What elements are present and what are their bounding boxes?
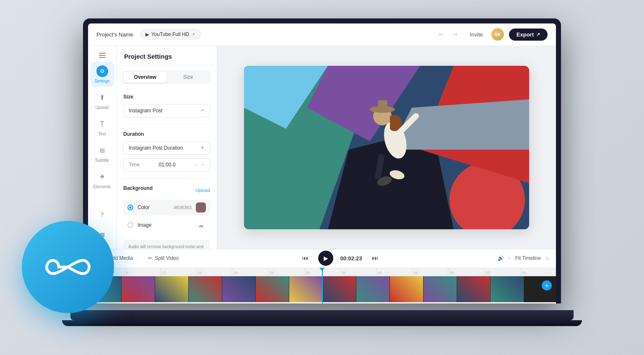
sidebar-item-help[interactable]: ?	[91, 205, 114, 224]
ruler-mark-50: 50	[448, 268, 484, 276]
time-arrows[interactable]: ← →	[195, 162, 205, 167]
tab-overview[interactable]: Overview	[124, 72, 167, 83]
split-video-label: Split Video	[155, 255, 179, 261]
export-button[interactable]: Export ↗	[509, 29, 548, 41]
background-section: Background Upload Color #836363	[117, 180, 217, 240]
volume-icon[interactable]: 🔊	[498, 255, 504, 261]
sidebar-elements-label: Elements	[93, 184, 111, 189]
subtitle-icon: ▤	[96, 145, 108, 156]
time-value: 01:00.0	[159, 162, 176, 168]
image-radio	[127, 222, 133, 228]
add-track-button[interactable]: +	[542, 280, 552, 290]
sidebar-item-upload[interactable]: ⬆ Upload	[91, 88, 114, 113]
playhead[interactable]	[322, 268, 323, 303]
main-content: ⚙ Settings ⬆ Upload T Text	[88, 46, 556, 249]
video-preview	[244, 66, 529, 229]
frame-2	[122, 276, 155, 302]
ruler-mark-45: 45	[412, 268, 448, 276]
video-icon: ▶	[145, 32, 149, 37]
sidebar-item-elements[interactable]: ❖ Elements	[91, 168, 114, 192]
ruler-mark-60: 60	[520, 268, 556, 276]
laptop-screen-bezel: Project's Name ▶ YouTube Full HD ▼ ←	[83, 18, 561, 303]
rewind-button[interactable]: ⏮	[299, 252, 312, 264]
sidebar-item-text[interactable]: T Text	[91, 115, 114, 140]
chevron-down-icon: ▼	[200, 145, 205, 150]
undo-redo-group: ← →	[435, 28, 462, 41]
topbar-right: ← → Invite SK Export ↗	[435, 28, 548, 41]
project-name: Project's Name	[96, 31, 133, 38]
ruler-mark-5: 5	[124, 268, 160, 276]
color-swatch[interactable]	[196, 202, 206, 212]
duration-section-label: Duration	[123, 131, 210, 137]
divider-1	[123, 124, 210, 124]
timeline-right: 🔊 − Fit Timeline ∿	[498, 255, 549, 261]
export-icon: ↗	[536, 32, 540, 37]
fit-timeline-button[interactable]: Fit Timeline	[515, 255, 541, 261]
sidebar-upload-label: Upload	[96, 105, 109, 110]
fast-forward-button[interactable]: ⏭	[369, 252, 382, 264]
sidebar-settings-label: Settings	[94, 79, 109, 83]
split-video-button[interactable]: ✂ Split Video	[144, 253, 183, 263]
app-layout: Project's Name ▶ YouTube Full HD ▼ ←	[88, 23, 556, 303]
svg-rect-12	[378, 100, 387, 109]
bg-option-image[interactable]: Image ☁	[123, 217, 210, 233]
size-section: Size Instagram Post ✏	[117, 89, 217, 122]
upload-icon: ⬆	[96, 92, 108, 104]
duration-dropdown[interactable]: Instagram Post Duration ▼	[123, 141, 210, 155]
invite-button[interactable]: Invite	[467, 30, 486, 39]
ruler-mark-15: 15	[196, 268, 232, 276]
format-label: YouTube Full HD	[151, 31, 190, 37]
size-selector[interactable]: Instagram Post ✏	[123, 104, 210, 117]
export-label: Export	[517, 31, 534, 38]
bg-option-color[interactable]: Color #836363	[123, 200, 210, 215]
frame-6	[256, 276, 289, 302]
color-radio	[127, 205, 133, 210]
panel-tabs: Overview Size	[122, 70, 211, 84]
panel-title: Project Settings	[117, 46, 217, 65]
chevron-down-icon: ▼	[192, 32, 195, 36]
timeline-track: 0 5 10 15 20 25 30 35 40 45	[88, 268, 556, 303]
format-selector[interactable]: ▶ YouTube Full HD ▼	[140, 29, 201, 39]
bg-upload-link[interactable]: Upload	[195, 188, 210, 193]
time-label: Time	[129, 162, 140, 168]
sidebar-text-label: Text	[98, 132, 106, 136]
scissors-icon: ✂	[148, 255, 152, 261]
tab-size[interactable]: Size	[167, 72, 210, 83]
play-button[interactable]: ▶	[318, 251, 333, 266]
time-display: 00:02:23	[340, 255, 362, 262]
laptop: Project's Name ▶ YouTube Full HD ▼ ←	[70, 18, 574, 337]
ruler-mark-35: 35	[340, 268, 376, 276]
frame-4	[189, 276, 222, 302]
settings-icon: ⚙	[96, 65, 108, 77]
sidebar-icons: ⚙ Settings ⬆ Upload T Text	[88, 46, 117, 249]
elements-icon: ❖	[96, 171, 108, 183]
duration-section: Duration Instagram Post Duration ▼ Time …	[117, 126, 217, 176]
scene: Project's Name ▶ YouTube Full HD ▼ ←	[0, 0, 644, 355]
divider-2	[123, 178, 210, 179]
ruler-mark-55: 55	[484, 268, 520, 276]
topbar-left: Project's Name ▶ YouTube Full HD ▼	[96, 29, 201, 39]
redo-button[interactable]: →	[449, 28, 462, 41]
app-window: Project's Name ▶ YouTube Full HD ▼ ←	[88, 23, 556, 303]
menu-button[interactable]	[96, 50, 108, 60]
undo-button[interactable]: ←	[435, 28, 447, 41]
sidebar-item-settings[interactable]: ⚙ Settings	[91, 62, 114, 87]
time-field: Time 01:00.0 ← →	[123, 158, 210, 171]
frame-10	[390, 276, 423, 302]
frame-8	[323, 276, 356, 302]
minus-icon[interactable]: −	[508, 255, 511, 261]
app-logo	[22, 221, 114, 313]
topbar: Project's Name ▶ YouTube Full HD ▼ ←	[88, 23, 556, 46]
frame-11	[423, 276, 457, 302]
laptop-base	[70, 310, 574, 320]
timeline-toolbar: + + Add Media ✂ Split Video ⏮ ▶ 00:02:23	[88, 249, 556, 268]
help-icon: ?	[96, 209, 108, 220]
sidebar-item-subtitle[interactable]: ▤ Subtitle	[91, 141, 114, 166]
video-scene	[244, 66, 529, 229]
settings-panel: Project Settings Overview Size Size Inst	[117, 46, 217, 249]
color-label: Color	[138, 205, 169, 210]
duration-value: Instagram Post Duration	[129, 145, 183, 151]
ruler-mark-20: 20	[232, 268, 268, 276]
frame-13	[491, 276, 524, 302]
image-label: Image	[138, 222, 192, 228]
